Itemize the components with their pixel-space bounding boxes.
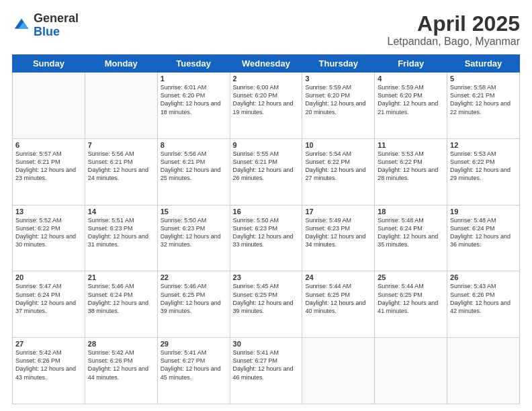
calendar-cell: 28Sunrise: 5:42 AMSunset: 6:26 PMDayligh…: [85, 338, 157, 404]
calendar-cell: 1Sunrise: 6:01 AMSunset: 6:20 PMDaylight…: [157, 73, 230, 139]
cell-info: Sunrise: 5:44 AMSunset: 6:25 PMDaylight:…: [378, 282, 444, 315]
weekday-header: Wednesday: [230, 55, 302, 73]
day-number: 9: [233, 141, 300, 149]
calendar-cell: 12Sunrise: 5:53 AMSunset: 6:22 PMDayligh…: [447, 138, 520, 205]
weekday-header: Sunday: [13, 55, 85, 73]
day-number: 8: [161, 141, 227, 149]
day-number: 10: [305, 141, 371, 149]
calendar-cell: 13Sunrise: 5:52 AMSunset: 6:22 PMDayligh…: [13, 205, 85, 271]
calendar-cell: 18Sunrise: 5:48 AMSunset: 6:24 PMDayligh…: [375, 205, 447, 271]
weekday-header: Monday: [85, 55, 157, 73]
weekday-header: Thursday: [302, 55, 375, 73]
calendar-cell: 30Sunrise: 5:41 AMSunset: 6:27 PMDayligh…: [230, 338, 302, 404]
day-number: 11: [378, 141, 444, 149]
calendar-cell: 3Sunrise: 5:59 AMSunset: 6:20 PMDaylight…: [302, 73, 375, 139]
cell-info: Sunrise: 5:48 AMSunset: 6:24 PMDaylight:…: [378, 216, 444, 249]
calendar-cell: 5Sunrise: 5:58 AMSunset: 6:21 PMDaylight…: [447, 73, 520, 139]
cell-info: Sunrise: 5:47 AMSunset: 6:24 PMDaylight:…: [15, 282, 82, 315]
calendar-week-row: 13Sunrise: 5:52 AMSunset: 6:22 PMDayligh…: [13, 205, 520, 271]
day-number: 29: [161, 340, 227, 348]
calendar-cell: 29Sunrise: 5:41 AMSunset: 6:27 PMDayligh…: [157, 338, 230, 404]
calendar-cell: [447, 338, 520, 404]
weekday-header: Saturday: [447, 55, 520, 73]
title-month: April 2025: [388, 12, 520, 36]
calendar-cell: 22Sunrise: 5:46 AMSunset: 6:25 PMDayligh…: [157, 271, 230, 338]
cell-info: Sunrise: 5:51 AMSunset: 6:23 PMDaylight:…: [88, 216, 154, 249]
cell-info: Sunrise: 5:56 AMSunset: 6:21 PMDaylight:…: [88, 150, 154, 183]
calendar-cell: 2Sunrise: 6:00 AMSunset: 6:20 PMDaylight…: [230, 73, 302, 139]
day-number: 7: [88, 141, 154, 149]
weekday-header: Friday: [375, 55, 447, 73]
cell-info: Sunrise: 5:46 AMSunset: 6:25 PMDaylight:…: [161, 282, 227, 315]
day-number: 12: [450, 141, 517, 149]
calendar-cell: 19Sunrise: 5:48 AMSunset: 6:24 PMDayligh…: [447, 205, 520, 271]
calendar-cell: 11Sunrise: 5:53 AMSunset: 6:22 PMDayligh…: [375, 138, 447, 205]
calendar-week-row: 20Sunrise: 5:47 AMSunset: 6:24 PMDayligh…: [13, 271, 520, 338]
calendar-cell: 21Sunrise: 5:46 AMSunset: 6:24 PMDayligh…: [85, 271, 157, 338]
day-number: 15: [161, 208, 227, 216]
calendar-cell: 20Sunrise: 5:47 AMSunset: 6:24 PMDayligh…: [13, 271, 85, 338]
cell-info: Sunrise: 6:01 AMSunset: 6:20 PMDaylight:…: [161, 83, 227, 116]
day-number: 30: [233, 340, 300, 348]
calendar-cell: 10Sunrise: 5:54 AMSunset: 6:22 PMDayligh…: [302, 138, 375, 205]
cell-info: Sunrise: 5:52 AMSunset: 6:22 PMDaylight:…: [15, 216, 82, 249]
title-location: Letpandan, Bago, Myanmar: [388, 36, 520, 48]
header: General Blue April 2025 Letpandan, Bago,…: [12, 12, 520, 48]
logo-text: General Blue: [34, 12, 79, 39]
calendar-cell: 23Sunrise: 5:45 AMSunset: 6:25 PMDayligh…: [230, 271, 302, 338]
day-number: 22: [161, 273, 227, 281]
day-number: 1: [161, 75, 227, 83]
calendar-cell: 16Sunrise: 5:50 AMSunset: 6:23 PMDayligh…: [230, 205, 302, 271]
cell-info: Sunrise: 5:49 AMSunset: 6:23 PMDaylight:…: [305, 216, 371, 249]
cell-info: Sunrise: 5:59 AMSunset: 6:20 PMDaylight:…: [378, 83, 444, 116]
day-number: 26: [450, 273, 517, 281]
cell-info: Sunrise: 5:43 AMSunset: 6:26 PMDaylight:…: [450, 282, 517, 315]
day-number: 14: [88, 208, 154, 216]
day-number: 13: [15, 208, 82, 216]
day-number: 5: [450, 75, 517, 83]
cell-info: Sunrise: 5:41 AMSunset: 6:27 PMDaylight:…: [161, 349, 227, 381]
calendar-cell: 27Sunrise: 5:42 AMSunset: 6:26 PMDayligh…: [13, 338, 85, 404]
day-number: 21: [88, 273, 154, 281]
cell-info: Sunrise: 5:55 AMSunset: 6:21 PMDaylight:…: [233, 150, 300, 183]
cell-info: Sunrise: 6:00 AMSunset: 6:20 PMDaylight:…: [233, 83, 300, 116]
day-number: 16: [233, 208, 300, 216]
calendar-cell: [302, 338, 375, 404]
day-number: 25: [378, 273, 444, 281]
cell-info: Sunrise: 5:54 AMSunset: 6:22 PMDaylight:…: [305, 150, 371, 183]
calendar-cell: 14Sunrise: 5:51 AMSunset: 6:23 PMDayligh…: [85, 205, 157, 271]
logo-icon: [12, 16, 31, 35]
page: General Blue April 2025 Letpandan, Bago,…: [0, 0, 532, 411]
day-number: 24: [305, 273, 371, 281]
day-number: 23: [233, 273, 300, 281]
day-number: 2: [233, 75, 300, 83]
day-number: 28: [88, 340, 154, 348]
calendar-cell: 8Sunrise: 5:56 AMSunset: 6:21 PMDaylight…: [157, 138, 230, 205]
title-block: April 2025 Letpandan, Bago, Myanmar: [388, 12, 520, 48]
cell-info: Sunrise: 5:59 AMSunset: 6:20 PMDaylight:…: [305, 83, 371, 116]
calendar-cell: 6Sunrise: 5:57 AMSunset: 6:21 PMDaylight…: [13, 138, 85, 205]
cell-info: Sunrise: 5:58 AMSunset: 6:21 PMDaylight:…: [450, 83, 517, 116]
day-number: 20: [15, 273, 82, 281]
calendar-cell: 4Sunrise: 5:59 AMSunset: 6:20 PMDaylight…: [375, 73, 447, 139]
cell-info: Sunrise: 5:46 AMSunset: 6:24 PMDaylight:…: [88, 282, 154, 315]
cell-info: Sunrise: 5:42 AMSunset: 6:26 PMDaylight:…: [15, 349, 82, 381]
calendar-table: SundayMondayTuesdayWednesdayThursdayFrid…: [12, 54, 520, 404]
day-number: 17: [305, 208, 371, 216]
cell-info: Sunrise: 5:53 AMSunset: 6:22 PMDaylight:…: [450, 150, 517, 183]
cell-info: Sunrise: 5:45 AMSunset: 6:25 PMDaylight:…: [233, 282, 300, 315]
weekday-header: Tuesday: [157, 55, 230, 73]
cell-info: Sunrise: 5:57 AMSunset: 6:21 PMDaylight:…: [15, 150, 82, 183]
weekday-header-row: SundayMondayTuesdayWednesdayThursdayFrid…: [13, 55, 520, 73]
cell-info: Sunrise: 5:41 AMSunset: 6:27 PMDaylight:…: [233, 349, 300, 381]
calendar-cell: 24Sunrise: 5:44 AMSunset: 6:25 PMDayligh…: [302, 271, 375, 338]
cell-info: Sunrise: 5:48 AMSunset: 6:24 PMDaylight:…: [450, 216, 517, 249]
day-number: 27: [15, 340, 82, 348]
cell-info: Sunrise: 5:56 AMSunset: 6:21 PMDaylight:…: [161, 150, 227, 183]
calendar-cell: 7Sunrise: 5:56 AMSunset: 6:21 PMDaylight…: [85, 138, 157, 205]
calendar-week-row: 6Sunrise: 5:57 AMSunset: 6:21 PMDaylight…: [13, 138, 520, 205]
calendar-cell: [375, 338, 447, 404]
day-number: 6: [15, 141, 82, 149]
day-number: 18: [378, 208, 444, 216]
cell-info: Sunrise: 5:42 AMSunset: 6:26 PMDaylight:…: [88, 349, 154, 381]
